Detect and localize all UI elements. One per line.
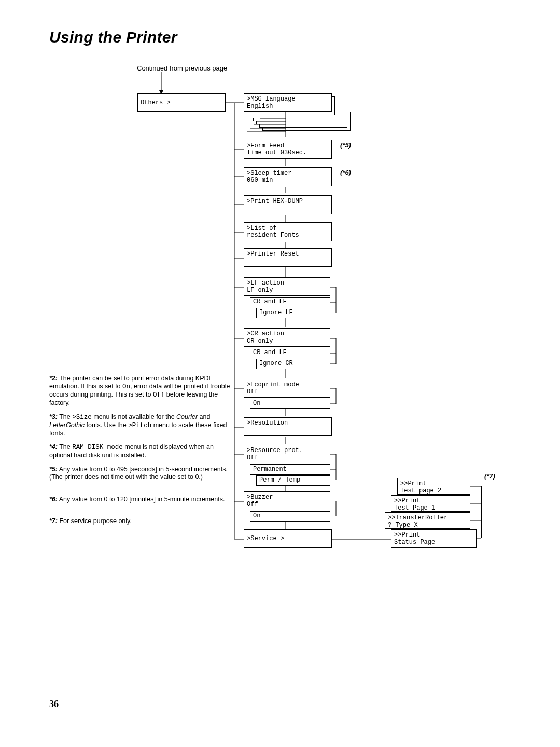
tick-hex bbox=[285, 215, 286, 222]
spine-main bbox=[234, 103, 245, 539]
page-number: 36 bbox=[49, 699, 59, 710]
box-lf: >LF action LF only bbox=[244, 277, 330, 296]
stub-cr bbox=[234, 338, 245, 339]
stub-service bbox=[234, 539, 245, 540]
stub-sleep bbox=[234, 176, 245, 177]
eco-l2: Off bbox=[247, 388, 258, 396]
box-sleep: >Sleep timer 060 min bbox=[244, 167, 332, 186]
tick-lf bbox=[285, 318, 286, 327]
title-rule bbox=[49, 50, 516, 50]
arrow-continued bbox=[159, 72, 164, 94]
note-2: *2: The printer can be set to print erro… bbox=[49, 375, 233, 407]
stub-resp bbox=[234, 454, 245, 455]
ref-6: (*6) bbox=[340, 168, 351, 176]
ref-7: (*7) bbox=[484, 472, 495, 480]
lf-a2: LF only bbox=[247, 287, 273, 294]
box-msg-lang: >MSG language English bbox=[244, 93, 332, 112]
box-lf-3: Ignore LF bbox=[256, 308, 330, 318]
st-l1: >Sleep timer bbox=[247, 170, 291, 177]
page-title: Using the Printer bbox=[49, 29, 177, 46]
note-6-key: *6: bbox=[49, 496, 58, 503]
resp-rail bbox=[330, 454, 337, 480]
note-4-code1: RAM DISK mode bbox=[72, 444, 123, 451]
box-lf-2: CR and LF bbox=[250, 297, 330, 307]
lf-rail bbox=[330, 287, 337, 313]
box-eco-2: On bbox=[250, 399, 330, 409]
tick-preset bbox=[285, 267, 286, 277]
stub-buz bbox=[234, 501, 245, 502]
stub-lf bbox=[234, 287, 245, 288]
note-2-code2: Off bbox=[153, 391, 165, 399]
note-5: *5: Any value from 0 to 495 [seconds] in… bbox=[49, 466, 233, 481]
ff-l2: Time out 030sec. bbox=[247, 149, 306, 157]
line-service-sp bbox=[332, 539, 391, 540]
note-5-text: Any value from 0 to 495 [seconds] in 5-s… bbox=[49, 466, 228, 481]
box-resp-3: Perm / Temp bbox=[256, 475, 330, 486]
eco-l1: >Ecoprint mode bbox=[247, 381, 299, 388]
tp1-l2: Test Page 1 bbox=[394, 504, 435, 512]
eco-rail bbox=[330, 388, 337, 404]
note-3-c: and bbox=[198, 413, 210, 420]
note-7-key: *7: bbox=[49, 517, 58, 525]
note-3-d: fonts. Use the bbox=[85, 421, 128, 429]
box-buz: >Buzzer Off bbox=[244, 491, 330, 510]
note-6: *6: Any value from 0 to 120 [minutes] in… bbox=[49, 496, 233, 503]
box-test-page-1: >>Print Test Page 1 bbox=[391, 495, 470, 512]
note-5-key: *5: bbox=[49, 466, 58, 473]
note-4: *4: The RAM DISK mode menu is not displa… bbox=[49, 443, 233, 459]
msg-l1: >MSG language bbox=[247, 95, 296, 103]
tick-form bbox=[285, 159, 286, 166]
tp2-l2: Test page 2 bbox=[400, 487, 441, 495]
stub-res bbox=[234, 427, 245, 428]
note-2-key: *2: bbox=[49, 375, 58, 382]
tr-l1: >>TransferRoller bbox=[388, 514, 447, 522]
tick-sleep bbox=[285, 187, 286, 193]
box-others: Others > bbox=[137, 93, 226, 112]
note-3-ital2: LetterGothic bbox=[49, 421, 85, 429]
note-3: *3: The >Size menu is not available for … bbox=[49, 413, 233, 438]
continued-label: Continued from previous page bbox=[137, 64, 227, 72]
bz-l1: >Buzzer bbox=[247, 494, 273, 501]
lf-l2: resident Fonts bbox=[247, 232, 299, 239]
ref-5: (*5) bbox=[340, 141, 351, 149]
stub-hex bbox=[234, 204, 245, 205]
note-3-a: The bbox=[59, 413, 72, 420]
stub-eco bbox=[234, 388, 245, 389]
stub-preset bbox=[234, 258, 245, 259]
box-list: >List of resident Fonts bbox=[244, 222, 332, 241]
box-eco: >Ecoprint mode Off bbox=[244, 379, 330, 398]
tick-eco bbox=[285, 409, 286, 416]
note-6-text: Any value from 0 to 120 [minutes] in 5-m… bbox=[59, 496, 225, 503]
rp-l2: Off bbox=[247, 454, 258, 461]
box-res: >Resolution bbox=[244, 417, 332, 436]
note-3-b: menu is not available for the bbox=[92, 413, 176, 420]
note-3-code1: >Size bbox=[72, 414, 92, 421]
box-service: >Service > bbox=[244, 529, 332, 548]
box-buz-2: On bbox=[250, 511, 330, 522]
stub-list bbox=[234, 232, 245, 233]
note-3-code2: >Pitch bbox=[128, 422, 151, 429]
tr-l2: ? Type X bbox=[388, 522, 418, 529]
box-hex: >Print HEX-DUMP bbox=[244, 195, 332, 214]
note-7-text: For service purpose only. bbox=[59, 517, 131, 525]
cr-a1: >CR action bbox=[247, 330, 284, 337]
lf-l1: >List of bbox=[247, 224, 277, 232]
note-3-ital1: Courier bbox=[176, 413, 198, 420]
box-status-page: >>Print Status Page bbox=[391, 529, 477, 548]
box-cr-3: Ignore CR bbox=[256, 359, 330, 369]
note-7: *7: For service purpose only. bbox=[49, 517, 233, 525]
box-resp: >Resource prot. Off bbox=[244, 445, 330, 463]
tick-cr bbox=[285, 369, 286, 378]
cr-a2: CR only bbox=[247, 337, 273, 345]
msg-ticks bbox=[245, 112, 354, 140]
buz-rail bbox=[330, 501, 337, 516]
msg-l2: English bbox=[247, 103, 273, 110]
box-form-feed: >Form Feed Time out 030sec. bbox=[244, 140, 332, 159]
ff-l1: >Form Feed bbox=[247, 142, 284, 149]
tp2-l1: >>Print bbox=[400, 480, 426, 487]
cr-rail bbox=[330, 338, 337, 364]
tick-buz bbox=[285, 521, 286, 529]
note-2-code1: On bbox=[122, 383, 130, 390]
box-cr-2: CR and LF bbox=[250, 348, 330, 358]
box-preset: >Printer Reset bbox=[244, 248, 332, 267]
